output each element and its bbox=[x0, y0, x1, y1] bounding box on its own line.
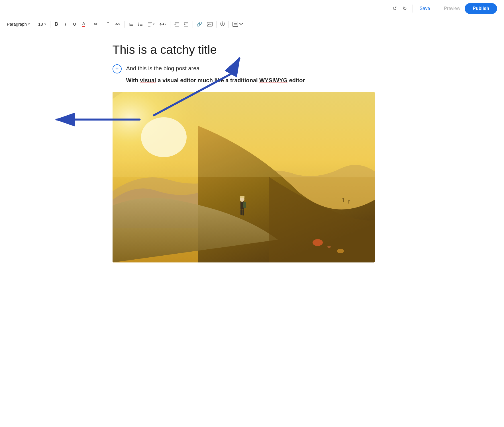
svg-point-6 bbox=[138, 22, 139, 23]
bold-button[interactable]: B bbox=[52, 20, 61, 28]
editor-area: This is a catchy title + And this is the… bbox=[95, 31, 409, 274]
info-button[interactable]: ⓘ bbox=[218, 20, 227, 28]
code-button[interactable]: </> bbox=[113, 20, 123, 28]
svg-point-26 bbox=[208, 23, 209, 24]
font-size-chevron-icon: ∨ bbox=[44, 22, 46, 26]
fmt-divider-2 bbox=[50, 21, 50, 28]
svg-rect-43 bbox=[348, 201, 349, 204]
divider-2 bbox=[437, 5, 437, 13]
font-size-label: 18 bbox=[38, 22, 43, 26]
italic-button[interactable]: I bbox=[61, 20, 70, 28]
fmt-divider-7 bbox=[193, 21, 193, 28]
preview-button[interactable]: Preview bbox=[440, 4, 464, 13]
svg-rect-38 bbox=[243, 202, 246, 208]
svg-rect-39 bbox=[240, 209, 242, 215]
wysiwyg-word: WYSIWYG bbox=[259, 77, 287, 83]
svg-point-37 bbox=[240, 196, 245, 198]
fmt-divider-3 bbox=[90, 21, 90, 28]
text-color-button[interactable]: A bbox=[79, 20, 88, 28]
underline-button[interactable]: U bbox=[70, 20, 79, 28]
image-embed-button[interactable] bbox=[205, 20, 215, 28]
undo-button[interactable]: ↺ bbox=[390, 4, 399, 13]
add-block-button[interactable]: + bbox=[113, 64, 122, 73]
fmt-divider-1 bbox=[34, 21, 34, 28]
svg-point-8 bbox=[138, 25, 139, 26]
text-align-dropdown[interactable]: ∨ bbox=[146, 20, 157, 28]
fmt-divider-4 bbox=[102, 21, 102, 28]
notes-button[interactable]: No bbox=[230, 20, 246, 28]
divider-1 bbox=[413, 5, 413, 13]
unordered-list-button[interactable] bbox=[136, 20, 145, 28]
link-button[interactable]: 🔗 bbox=[195, 20, 204, 28]
svg-rect-41 bbox=[343, 199, 344, 202]
body-prefix: With bbox=[126, 77, 140, 83]
svg-rect-40 bbox=[242, 209, 244, 215]
svg-point-46 bbox=[337, 249, 344, 253]
svg-rect-34 bbox=[113, 92, 375, 177]
paragraph-style-label: Paragraph bbox=[7, 22, 27, 26]
line-height-dropdown[interactable]: ∨ bbox=[157, 20, 168, 28]
redo-button[interactable]: ↻ bbox=[400, 4, 409, 13]
svg-point-44 bbox=[348, 200, 350, 202]
post-body-line-2-wrapper: With visual a visual editor much like a … bbox=[113, 76, 392, 85]
desert-image bbox=[113, 92, 375, 262]
fmt-divider-8 bbox=[216, 21, 217, 28]
fmt-divider-9 bbox=[228, 21, 229, 28]
save-button[interactable]: Save bbox=[416, 4, 433, 13]
body-suffix: editor bbox=[287, 77, 305, 83]
top-bar: ↺ ↻ Save Preview Publish bbox=[0, 0, 504, 17]
post-body-text-2[interactable]: With visual a visual editor much like a … bbox=[126, 76, 392, 85]
post-image-container bbox=[113, 92, 375, 262]
notes-label: No bbox=[239, 22, 244, 26]
paragraph-chevron-icon: ∨ bbox=[28, 22, 30, 26]
fmt-divider-6 bbox=[170, 21, 170, 28]
publish-button[interactable]: Publish bbox=[465, 3, 497, 14]
svg-point-47 bbox=[327, 246, 331, 248]
indent-increase-button[interactable] bbox=[182, 20, 191, 28]
fmt-divider-5 bbox=[124, 21, 125, 28]
line-height-chevron-icon: ∨ bbox=[164, 22, 166, 26]
indent-decrease-button[interactable] bbox=[172, 20, 181, 28]
paragraph-style-dropdown[interactable]: Paragraph ∨ bbox=[5, 20, 32, 28]
align-chevron-icon: ∨ bbox=[153, 22, 155, 26]
font-size-dropdown[interactable]: 18 ∨ bbox=[36, 20, 48, 28]
editor-wrapper: This is a catchy title + And this is the… bbox=[0, 31, 504, 274]
svg-point-7 bbox=[138, 24, 139, 24]
eraser-button[interactable]: ✏ bbox=[92, 20, 100, 28]
visual-word: visual bbox=[140, 77, 156, 83]
top-bar-actions: ↺ ↻ Save Preview Publish bbox=[390, 3, 497, 14]
post-title[interactable]: This is a catchy title bbox=[113, 43, 392, 57]
format-bar: Paragraph ∨ 18 ∨ B I U A ✏ " </> 123 ∨ ∨ bbox=[0, 17, 504, 31]
blockquote-button[interactable]: " bbox=[104, 20, 113, 28]
post-body-text-1[interactable]: And this is the blog post area bbox=[126, 64, 200, 73]
body-middle: a visual editor much like a traditional bbox=[156, 77, 259, 83]
svg-point-45 bbox=[313, 239, 323, 246]
post-body-line-1: + And this is the blog post area bbox=[113, 64, 392, 73]
ordered-list-button[interactable]: 123 bbox=[126, 20, 135, 28]
text-color-label: A bbox=[82, 21, 85, 27]
svg-text:3: 3 bbox=[129, 24, 130, 26]
svg-rect-25 bbox=[207, 22, 212, 26]
svg-point-42 bbox=[342, 198, 344, 200]
